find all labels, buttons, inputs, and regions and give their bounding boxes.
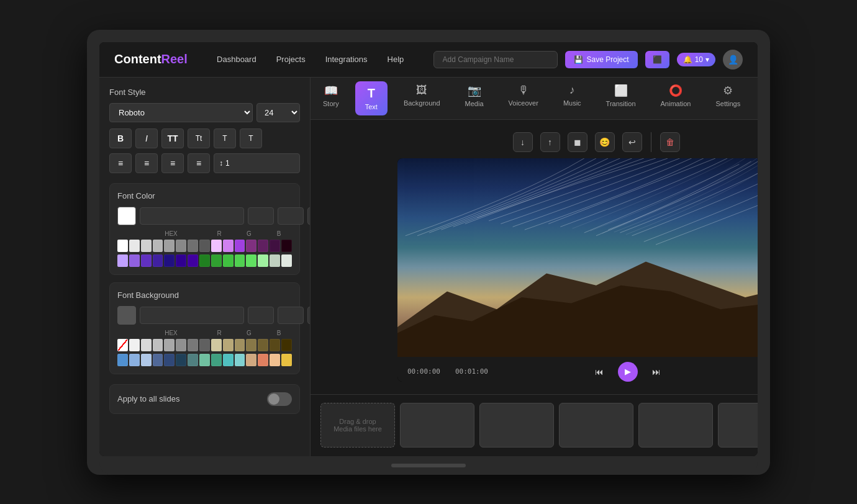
bg-swatch-brown2[interactable] [246, 339, 256, 351]
emoji-button[interactable]: 😊 [595, 132, 615, 152]
swatch-green1[interactable] [199, 254, 210, 267]
bg-swatch-teal1[interactable] [188, 354, 198, 366]
swatch-darkgray2[interactable] [199, 240, 210, 252]
swatch-indigo2[interactable] [141, 254, 152, 267]
tool-transition[interactable]: ⬜ Transition [594, 78, 648, 119]
swatch-purple3[interactable] [246, 240, 256, 252]
swatch-purple5[interactable] [270, 240, 280, 252]
swatch-darkpurple[interactable] [281, 240, 292, 252]
next-button[interactable]: ⏭ [648, 363, 665, 380]
prev-button[interactable]: ⏮ [591, 363, 608, 380]
bg-swatch-navy1[interactable] [164, 354, 175, 366]
align-left-button[interactable]: ≡ [109, 153, 132, 173]
tool-background[interactable]: 🖼 Background [391, 78, 453, 119]
swatch-navy1[interactable] [153, 254, 163, 267]
tool-settings[interactable]: ⚙ Settings [703, 78, 753, 119]
tool-animation[interactable]: ⭕ Animation [648, 78, 704, 119]
swatch-darkgray1[interactable] [188, 240, 198, 252]
bg-swatch-blue3[interactable] [141, 354, 152, 366]
nav-projects[interactable]: Projects [276, 55, 306, 64]
nav-dashboard[interactable]: Dashboard [217, 55, 256, 64]
align-center-button[interactable]: ≡ [135, 153, 158, 173]
swatch-lightgreen[interactable] [258, 254, 268, 267]
swatch-green5[interactable] [246, 254, 256, 267]
bg-swatch-blue2[interactable] [129, 354, 140, 366]
bg-swatch-brown4[interactable] [270, 339, 280, 351]
nav-help[interactable]: Help [388, 55, 404, 64]
swatch-mintgray[interactable] [270, 254, 280, 267]
font-color-g-input[interactable]: 255 [278, 207, 304, 225]
swatch-violet1[interactable] [176, 254, 186, 267]
swatch-green4[interactable] [235, 254, 245, 267]
swatch-pink1[interactable] [211, 240, 222, 252]
notification-badge[interactable]: 🔔 10 ▾ [677, 53, 715, 66]
bg-swatch-peach[interactable] [270, 354, 280, 366]
underline-button[interactable]: Tt [188, 128, 210, 148]
font-color-hex-input[interactable]: #ffffff [140, 207, 244, 225]
bg-swatch-dg1[interactable] [199, 339, 210, 351]
swatch-gray1[interactable] [153, 240, 163, 252]
delete-button[interactable]: 🗑 [660, 132, 680, 152]
move-up-button[interactable]: ↑ [540, 132, 560, 152]
font-color-swatch[interactable] [117, 207, 136, 225]
move-down-button[interactable]: ↓ [513, 132, 533, 152]
play-button[interactable]: ▶ [618, 362, 638, 382]
bg-swatch-green1[interactable] [211, 354, 222, 366]
bg-swatch-cyan2[interactable] [235, 354, 245, 366]
swatch-purple4[interactable] [258, 240, 268, 252]
tool-story[interactable]: 📖 Story [311, 78, 351, 119]
swatch-white[interactable] [117, 240, 128, 252]
bg-swatch-brown5[interactable] [281, 339, 292, 351]
bg-swatch-white[interactable] [129, 339, 140, 351]
tool-media[interactable]: 📷 Media [453, 78, 496, 119]
media-slot-1[interactable] [400, 403, 474, 448]
strikethrough-button[interactable]: T [214, 128, 236, 148]
swatch-lavender1[interactable] [117, 254, 128, 267]
bg-swatch-orange2[interactable] [258, 354, 268, 366]
bg-swatch-cyan1[interactable] [223, 354, 234, 366]
swatch-purple1[interactable] [223, 240, 234, 252]
bg-swatch-brown1[interactable] [235, 339, 245, 351]
align-justify-button[interactable]: ≡ [188, 153, 210, 173]
swatch-gray2[interactable] [164, 240, 175, 252]
save-project-button[interactable]: 💾 Save Project [565, 51, 638, 68]
media-slot-2[interactable] [479, 403, 554, 448]
swatch-lightgray2[interactable] [141, 240, 152, 252]
bg-swatch-tan2[interactable] [223, 339, 234, 351]
bg-swatch-blue1[interactable] [117, 354, 128, 366]
bg-swatch-lg2[interactable] [153, 339, 163, 351]
bg-swatch-g1[interactable] [164, 339, 175, 351]
tool-music[interactable]: ♪ Music [551, 78, 594, 119]
swatch-gray3[interactable] [176, 240, 186, 252]
bold-italic-button[interactable]: TT [161, 128, 184, 148]
bg-swatch-orange1[interactable] [246, 354, 256, 366]
bg-swatch-steel1[interactable] [153, 354, 163, 366]
swatch-lightgray1[interactable] [129, 240, 140, 252]
font-bg-hex-input[interactable]: #545454 [140, 307, 244, 324]
media-slot-4[interactable] [638, 403, 713, 448]
swatch-green2[interactable] [211, 254, 222, 267]
bg-swatch-navy2[interactable] [176, 354, 186, 366]
tool-voiceover[interactable]: 🎙 Voiceover [496, 78, 551, 119]
italic-button[interactable]: I [135, 128, 158, 148]
bg-swatch-tan1[interactable] [211, 339, 222, 351]
layers-button[interactable]: ◼ [568, 132, 587, 152]
campaign-name-input[interactable] [433, 51, 558, 68]
tool-text[interactable]: T Text [355, 81, 388, 115]
font-color-r-input[interactable]: 255 [248, 207, 274, 225]
font-bg-g-input[interactable]: 255 [278, 307, 304, 324]
apply-to-slides-toggle[interactable] [267, 392, 292, 406]
media-slot-5[interactable] [718, 403, 758, 448]
font-size-select[interactable]: 24 [256, 103, 300, 122]
font-bg-r-input[interactable]: 255 [248, 307, 274, 324]
bold-button[interactable]: B [109, 128, 132, 148]
bg-swatch-brown3[interactable] [258, 339, 268, 351]
bg-swatch-g2[interactable] [176, 339, 186, 351]
media-slot-3[interactable] [559, 403, 633, 448]
align-right-button[interactable]: ≡ [161, 153, 184, 173]
swatch-navy2[interactable] [164, 254, 175, 267]
swatch-offwhite[interactable] [281, 254, 292, 267]
bg-swatch-mint1[interactable] [199, 354, 210, 366]
bg-swatch-g3[interactable] [188, 339, 198, 351]
bg-swatch-none[interactable] [117, 339, 128, 351]
